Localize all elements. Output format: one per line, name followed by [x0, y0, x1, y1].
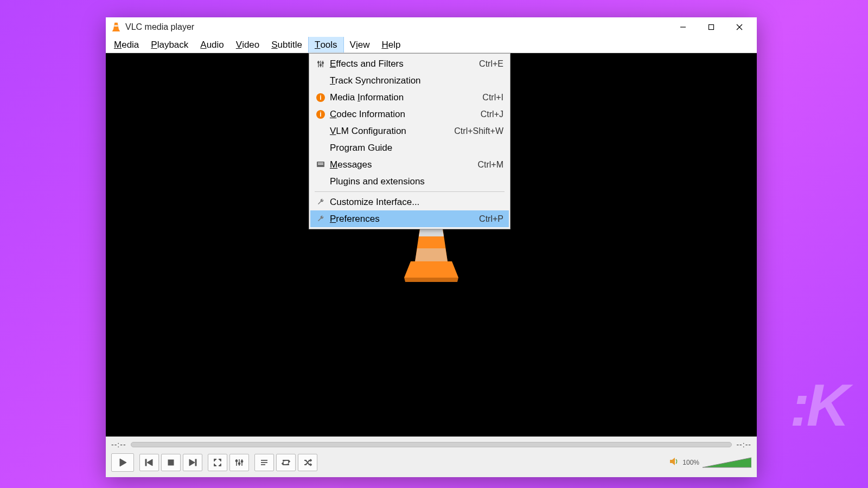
svg-marker-36 — [670, 458, 675, 465]
info-icon: i — [314, 93, 328, 102]
menu-help[interactable]: Help — [375, 37, 406, 53]
svg-point-31 — [238, 463, 240, 464]
menu-subtitle[interactable]: Subtitle — [265, 37, 308, 53]
app-icon — [111, 22, 121, 33]
bottom-panel: --:-- --:-- — [106, 436, 757, 477]
menu-item-label: VLM Configuration — [328, 126, 454, 137]
menu-video[interactable]: Video — [230, 37, 265, 53]
svg-rect-20 — [318, 164, 323, 164]
svg-marker-26 — [189, 459, 195, 466]
svg-rect-19 — [318, 163, 323, 163]
maximize-button[interactable] — [697, 18, 725, 36]
svg-marker-11 — [404, 278, 458, 282]
playlist-button[interactable] — [254, 454, 274, 471]
svg-marker-23 — [147, 459, 152, 466]
svg-marker-21 — [120, 459, 126, 466]
volume-percent-label: 100% — [682, 459, 699, 466]
info-icon: i — [314, 110, 328, 119]
controls-row: 100% — [106, 450, 757, 477]
stop-button[interactable] — [161, 454, 181, 471]
tools-menu-item-vlm-configuration[interactable]: VLM ConfigurationCtrl+Shift+W — [310, 123, 509, 139]
menu-item-shortcut: Ctrl+I — [482, 93, 503, 102]
menu-media[interactable]: Media — [108, 37, 145, 53]
svg-point-17 — [322, 62, 324, 63]
svg-marker-9 — [415, 248, 448, 261]
playlist-group — [254, 454, 317, 471]
svg-point-15 — [318, 61, 320, 63]
svg-rect-1 — [114, 25, 118, 27]
tools-dropdown-menu: Effects and FiltersCtrl+ETrack Synchroni… — [309, 53, 510, 229]
svg-marker-2 — [112, 29, 120, 31]
volume-slider[interactable] — [703, 457, 751, 468]
menu-item-label: Messages — [328, 159, 477, 170]
vlc-window: VLC media player MediaPlaybackAudioVideo… — [106, 17, 757, 477]
sliders-icon — [314, 60, 328, 68]
wrench-icon — [314, 215, 328, 223]
seekbar-row: --:-- --:-- — [106, 437, 757, 450]
background-watermark: :K — [790, 370, 846, 439]
view-group — [208, 454, 249, 471]
menu-item-label: Preferences — [328, 214, 479, 224]
transport-group — [139, 454, 202, 471]
svg-point-32 — [241, 460, 242, 462]
tools-menu-item-plugins-and-extensions[interactable]: Plugins and extensions — [310, 173, 509, 190]
window-buttons — [669, 18, 754, 36]
svg-point-30 — [235, 460, 237, 461]
menu-playback[interactable]: Playback — [145, 37, 194, 53]
extended-settings-button[interactable] — [229, 454, 249, 471]
menu-item-label: Customize Interface... — [328, 197, 503, 208]
menu-item-shortcut: Ctrl+J — [481, 110, 503, 119]
total-time-label: --:-- — [736, 440, 751, 449]
previous-button[interactable] — [139, 454, 159, 471]
menu-item-label: Effects and Filters — [328, 59, 479, 69]
tools-menu-item-track-synchronization[interactable]: Track Synchronization — [310, 72, 509, 89]
menu-item-label: Codec Information — [328, 109, 481, 120]
wrench-icon — [314, 198, 328, 207]
tools-menu-item-codec-information[interactable]: iCodec InformationCtrl+J — [310, 106, 509, 123]
menu-item-label: Program Guide — [328, 143, 503, 153]
tools-menu-item-messages[interactable]: MessagesCtrl+M — [310, 156, 509, 173]
shuffle-button[interactable] — [298, 454, 317, 471]
tools-menu-item-customize-interface[interactable]: Customize Interface... — [310, 194, 509, 210]
speaker-icon[interactable] — [669, 457, 679, 468]
svg-marker-0 — [113, 23, 119, 30]
menu-item-shortcut: Ctrl+Shift+W — [454, 126, 503, 136]
close-button[interactable] — [725, 18, 754, 36]
menu-tools[interactable]: Tools — [308, 37, 344, 53]
menu-item-label: Track Synchronization — [328, 75, 503, 86]
next-button[interactable] — [183, 454, 202, 471]
tools-menu-item-media-information[interactable]: iMedia InformationCtrl+I — [310, 89, 509, 106]
tools-menu-item-program-guide[interactable]: Program Guide — [310, 139, 509, 156]
svg-rect-24 — [168, 460, 174, 465]
seekbar[interactable] — [131, 442, 732, 447]
fullscreen-button[interactable] — [208, 454, 227, 471]
titlebar: VLC media player — [106, 17, 757, 37]
menu-item-shortcut: Ctrl+M — [477, 160, 503, 170]
tools-menu-item-effects-and-filters[interactable]: Effects and FiltersCtrl+E — [310, 55, 509, 72]
menu-item-shortcut: Ctrl+P — [479, 214, 503, 224]
svg-marker-10 — [404, 261, 458, 278]
svg-point-16 — [320, 64, 322, 66]
window-title: VLC media player — [125, 22, 194, 32]
svg-rect-25 — [195, 459, 196, 466]
svg-rect-22 — [145, 459, 146, 466]
tools-menu-item-preferences[interactable]: PreferencesCtrl+P — [310, 210, 509, 227]
menu-view[interactable]: View — [344, 37, 376, 53]
menu-audio[interactable]: Audio — [194, 37, 229, 53]
play-button[interactable] — [111, 453, 134, 472]
menu-separator — [315, 191, 505, 192]
elapsed-time-label: --:-- — [111, 440, 126, 449]
svg-rect-4 — [709, 25, 714, 30]
volume-area: 100% — [669, 457, 751, 468]
msg-icon — [314, 161, 328, 169]
menu-item-label: Media Information — [328, 92, 482, 103]
menu-item-shortcut: Ctrl+E — [479, 59, 503, 69]
minimize-button[interactable] — [669, 18, 697, 36]
menubar: MediaPlaybackAudioVideoSubtitleToolsView… — [106, 37, 757, 53]
menu-item-label: Plugins and extensions — [328, 176, 503, 187]
loop-button[interactable] — [276, 454, 296, 471]
